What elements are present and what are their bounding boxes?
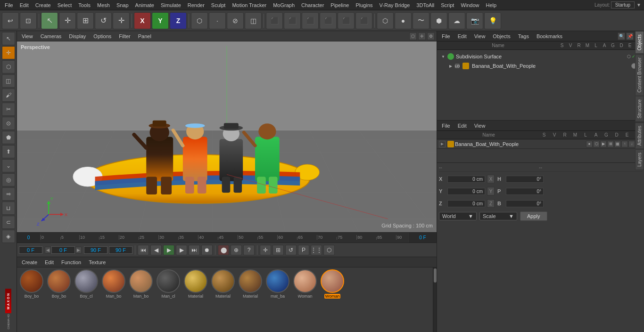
tool-bridge[interactable]: ⌄ bbox=[2, 159, 15, 172]
attr-menu-edit[interactable]: Edit bbox=[455, 122, 470, 130]
scale-dropdown[interactable]: Scale ▼ bbox=[479, 212, 517, 220]
menu-help[interactable]: Help bbox=[483, 1, 500, 9]
vp-menu-display[interactable]: Display bbox=[66, 32, 89, 40]
render-all-btn[interactable]: ⬛ bbox=[320, 12, 337, 29]
transform-tool-button[interactable]: ✛ bbox=[113, 12, 130, 29]
y-axis-btn[interactable]: Y bbox=[152, 12, 169, 29]
snap-button[interactable]: ✛ bbox=[260, 245, 271, 255]
scene-btn[interactable]: ☁ bbox=[448, 12, 465, 29]
mat-item-4[interactable]: Man_bo bbox=[128, 269, 154, 299]
pin-btn[interactable]: 📌 bbox=[626, 32, 634, 40]
vp-icon-settings[interactable]: ⚙ bbox=[427, 32, 435, 40]
vp-menu-view[interactable]: View bbox=[19, 32, 36, 40]
tool-extrude[interactable]: ⬆ bbox=[2, 145, 15, 158]
coord-b-input[interactable] bbox=[506, 200, 544, 207]
move-tool-button[interactable]: ✛ bbox=[59, 12, 76, 29]
tool-loop[interactable]: ⊙ bbox=[2, 117, 15, 130]
tool-extra[interactable]: ◈ bbox=[2, 230, 15, 243]
tool-smooth[interactable]: ⊂ bbox=[2, 216, 15, 229]
render-btn[interactable]: ⬛ bbox=[266, 12, 283, 29]
mat-item-5[interactable]: Man_cl bbox=[156, 269, 181, 299]
render-queue-btn[interactable]: ⬛ bbox=[338, 12, 355, 29]
menu-window[interactable]: Window bbox=[458, 1, 482, 9]
menu-motion-tracker[interactable]: Motion Tracker bbox=[229, 1, 269, 9]
coord-p-input[interactable] bbox=[506, 188, 544, 195]
dope-button[interactable]: ⬡ bbox=[323, 245, 335, 255]
menu-pipeline[interactable]: Pipeline bbox=[328, 1, 352, 9]
mat-scrollbar[interactable] bbox=[433, 267, 437, 332]
coord-z-input[interactable] bbox=[447, 200, 485, 207]
motion-button[interactable]: ⊕ bbox=[231, 245, 242, 255]
vp-menu-options[interactable]: Options bbox=[91, 32, 114, 40]
mat-item-0[interactable]: Boy_bo bbox=[19, 269, 44, 299]
snap-scale-button[interactable]: ⊞ bbox=[272, 245, 284, 255]
apply-button[interactable]: Apply bbox=[520, 211, 547, 221]
deform-btn[interactable]: ⬢ bbox=[430, 12, 447, 29]
attr-icon-7[interactable]: ↓ bbox=[628, 141, 635, 147]
coord-y-btn[interactable]: Y bbox=[487, 187, 495, 195]
mat-item-1[interactable]: Boy_bo bbox=[46, 269, 72, 299]
mat-menu-edit[interactable]: Edit bbox=[42, 259, 57, 266]
goto-start-button[interactable]: ⏮ bbox=[138, 245, 149, 255]
x-axis-btn[interactable]: X bbox=[134, 12, 151, 29]
tool-weld[interactable]: ◎ bbox=[2, 173, 15, 186]
side-tab-objects[interactable]: Objects bbox=[635, 31, 644, 54]
menu-mesh[interactable]: Mesh bbox=[94, 1, 113, 9]
menu-snap[interactable]: Snap bbox=[114, 1, 132, 9]
obj-menu-view[interactable]: View bbox=[471, 32, 488, 40]
z-axis-btn[interactable]: Z bbox=[170, 12, 187, 29]
frame-end-input[interactable] bbox=[84, 246, 107, 254]
step-back-button[interactable]: ◀ bbox=[150, 245, 162, 255]
tool-bevel[interactable]: ⬟ bbox=[2, 131, 15, 144]
mat-item-2[interactable]: Boy_cl bbox=[74, 269, 99, 299]
obj-menu-tags[interactable]: Tags bbox=[515, 32, 532, 40]
snap-rot-button[interactable]: ↺ bbox=[285, 245, 297, 255]
timeline-ruler[interactable]: 0 5 10 15 20 25 30 bbox=[41, 235, 408, 240]
layout-selector[interactable]: Startup bbox=[611, 1, 635, 8]
menu-animate[interactable]: Animate bbox=[132, 1, 157, 9]
frame-current-input[interactable] bbox=[51, 246, 75, 254]
redo-button[interactable]: ⊡ bbox=[20, 12, 37, 29]
snap-extra-button[interactable]: P bbox=[298, 245, 309, 255]
mat-menu-texture[interactable]: Texture bbox=[86, 259, 108, 266]
menu-vray[interactable]: V-Ray Bridge bbox=[377, 1, 413, 9]
attr-icon-1[interactable]: ● bbox=[586, 141, 593, 147]
tool-magnet[interactable]: ⊔ bbox=[2, 202, 15, 215]
vp-menu-filter[interactable]: Filter bbox=[116, 32, 133, 40]
menu-script[interactable]: Script bbox=[438, 1, 457, 9]
search-btn[interactable]: 🔍 bbox=[618, 32, 625, 40]
frame-step-plus[interactable]: ▶ bbox=[75, 247, 82, 253]
mat-scrollbar-thumb[interactable] bbox=[434, 268, 437, 283]
scale-tool-button[interactable]: ⊞ bbox=[77, 12, 94, 29]
attr-menu-file[interactable]: File bbox=[439, 122, 453, 130]
render-extra-btn[interactable]: ⬛ bbox=[355, 12, 372, 29]
tree-item-subdivision[interactable]: ▼ Subdivision Surface ⬡ ✓ ✓ bbox=[439, 52, 642, 61]
obj-menu-file[interactable]: File bbox=[439, 32, 453, 40]
render-view-btn[interactable]: ⬛ bbox=[284, 12, 301, 29]
tool-object[interactable]: ⬡ bbox=[2, 60, 15, 73]
menu-plugins[interactable]: Plugins bbox=[353, 1, 375, 9]
menu-simulate[interactable]: Simulate bbox=[158, 1, 184, 9]
mat-item-3[interactable]: Man_bo bbox=[101, 269, 126, 299]
frame-display-right[interactable]: 0 F bbox=[408, 233, 437, 243]
menu-edit[interactable]: Edit bbox=[17, 1, 32, 9]
edges-mode-btn[interactable]: ⊘ bbox=[227, 12, 244, 29]
tool-move[interactable]: ✛ bbox=[2, 46, 15, 59]
vp-menu-cameras[interactable]: Cameras bbox=[38, 32, 65, 40]
light-btn[interactable]: 💡 bbox=[484, 12, 501, 29]
tool-polygon[interactable]: ◫ bbox=[2, 74, 15, 88]
select-tool-button[interactable]: ↖ bbox=[41, 12, 58, 29]
goto-end-button[interactable]: ⏭ bbox=[189, 245, 200, 255]
side-tab-attributes[interactable]: Attributes bbox=[635, 122, 644, 149]
menu-render[interactable]: Render bbox=[185, 1, 207, 9]
menu-file[interactable]: File bbox=[2, 1, 16, 9]
tool-slide[interactable]: ⥤ bbox=[2, 187, 15, 201]
attr-menu-view[interactable]: View bbox=[471, 122, 488, 130]
attr-icon-5[interactable]: ▦ bbox=[614, 141, 621, 147]
vp-icon-maximize[interactable]: ⬡ bbox=[409, 32, 417, 40]
attr-icon-4[interactable]: ⊞ bbox=[607, 141, 614, 147]
box-btn[interactable]: ⬡ bbox=[377, 12, 394, 29]
autokey-button[interactable]: ⬤ bbox=[218, 245, 229, 255]
vp-icon-move[interactable]: ✛ bbox=[418, 32, 426, 40]
coord-x-input[interactable] bbox=[447, 176, 485, 183]
